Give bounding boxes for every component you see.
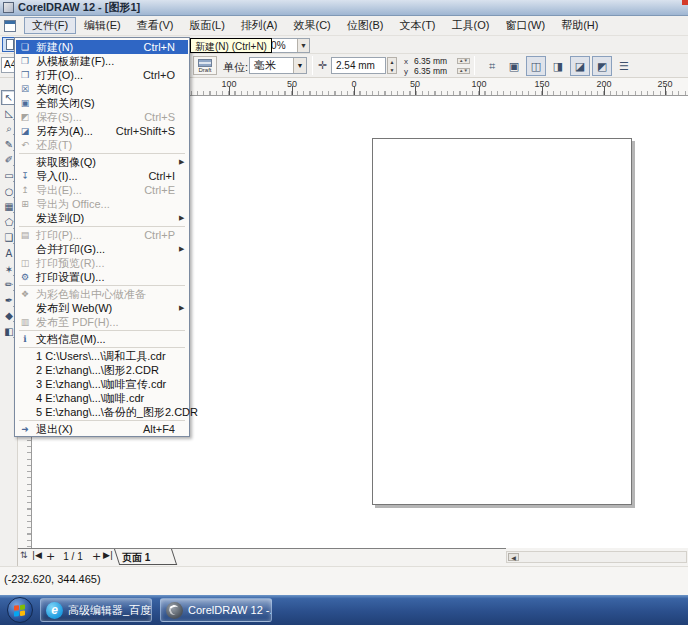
- menu-item[interactable]: ☒关闭(C): [16, 82, 188, 96]
- menu-item[interactable]: ❖为彩色输出中心做准备: [16, 287, 188, 301]
- menubar-item-11[interactable]: 帮助(H): [553, 17, 606, 34]
- snap-to-objects-button[interactable]: ◪: [570, 56, 590, 76]
- menu-item[interactable]: ▣全部关闭(S): [16, 96, 188, 110]
- start-button[interactable]: [7, 597, 33, 623]
- menubar-item-10[interactable]: 窗口(W): [497, 17, 553, 34]
- show-guidelines-button[interactable]: ◨: [548, 56, 568, 76]
- menubar-item-5[interactable]: 排列(A): [233, 17, 286, 34]
- last-page-button[interactable]: ▶|: [103, 550, 113, 560]
- menu-item-shortcut: Ctrl+P: [144, 229, 179, 241]
- menu-item[interactable]: ↥导出(E)...Ctrl+E: [16, 183, 188, 197]
- menu-item[interactable]: 发送到(D)▶: [16, 211, 188, 225]
- menu-item[interactable]: 1 C:\Users\...\调和工具.cdr: [16, 349, 188, 363]
- menu-item-label: 打印(P)...: [32, 228, 82, 243]
- add-page-before-button[interactable]: +: [46, 550, 55, 563]
- menu-item[interactable]: ❐从模板新建(F)...: [16, 54, 188, 68]
- chevron-down-icon[interactable]: ▼: [293, 58, 306, 73]
- menu-item-label: 1 C:\Users\...\调和工具.cdr: [32, 349, 166, 364]
- menubar-item-6[interactable]: 效果(C): [286, 17, 339, 34]
- menu-item-shortcut: Ctrl+O: [143, 69, 179, 81]
- menubar-item-8[interactable]: 文本(T): [391, 17, 443, 34]
- menu-item-label: 另存为(A)...: [32, 124, 93, 139]
- menu-item[interactable]: ➜退出(X)Alt+F4: [16, 422, 188, 436]
- title-bar: CorelDRAW 12 - [图形1]: [0, 0, 688, 16]
- chevron-down-icon[interactable]: ▼: [297, 39, 309, 52]
- hruler-major-tick: [604, 86, 605, 95]
- submenu-arrow-icon: ▶: [179, 214, 186, 222]
- dup-y-field[interactable]: 6.35 mm: [414, 66, 447, 76]
- menu-item[interactable]: ▥发布至 PDF(H)...: [16, 315, 188, 329]
- menubar-item-3[interactable]: 查看(V): [129, 17, 182, 34]
- coreldraw-window: CorelDRAW 12 - [图形1] 文件(F)编辑(E)查看(V)版面(L…: [0, 0, 688, 625]
- menu-item-shortcut: Ctrl+E: [144, 184, 179, 196]
- taskbar-button-coreldraw[interactable]: CorelDRAW 12 -...: [160, 598, 272, 622]
- menu-item[interactable]: ⊞导出为 Office...: [16, 197, 188, 211]
- menubar-item-9[interactable]: 工具(O): [444, 17, 498, 34]
- menu-item[interactable]: 发布到 Web(W)▶: [16, 301, 188, 315]
- close-button-sliver[interactable]: [682, 0, 688, 5]
- menu-item-label: 打印预览(R)...: [32, 256, 104, 271]
- dup-x-spinner[interactable]: ▲▼: [457, 58, 470, 64]
- import-icon: ↧: [18, 171, 32, 181]
- snap-to-guidelines-button[interactable]: ◫: [526, 56, 546, 76]
- nudge-spinner[interactable]: ▲▼: [387, 57, 397, 74]
- menu-item[interactable]: ℹ文档信息(M)...: [16, 332, 188, 346]
- hruler-major-tick: [292, 86, 293, 95]
- cursor-coordinates: (-232.620, 344.465): [4, 573, 101, 585]
- menubar-item-2[interactable]: 编辑(E): [76, 17, 129, 34]
- menu-item[interactable]: ◪另存为(A)...Ctrl+Shift+S: [16, 124, 188, 138]
- menubar-item-7[interactable]: 位图(B): [339, 17, 392, 34]
- dup-y-spinner[interactable]: ▲▼: [457, 68, 470, 74]
- add-page-after-button[interactable]: +: [92, 550, 101, 563]
- menu-item-label: 发布到 Web(W): [32, 301, 112, 316]
- menu-item-label: 还原(T): [32, 138, 72, 153]
- menu-item[interactable]: 5 E:\zhang\...\备份的_图形2.CDR: [16, 405, 188, 419]
- menu-item-label: 退出(X): [32, 422, 73, 437]
- menu-item[interactable]: ⚙打印设置(U)...: [16, 270, 188, 284]
- page-flip-icon[interactable]: ⇅: [20, 550, 28, 560]
- export-icon: ↥: [18, 185, 32, 195]
- menu-item-label: 2 E:\zhang\...\图形2.CDR: [32, 363, 159, 378]
- hruler-major-tick: [665, 86, 666, 95]
- nudge-offset-field[interactable]: 2.54 mm: [331, 57, 386, 74]
- menu-item-shortcut: Ctrl+S: [144, 111, 179, 123]
- taskbar-button-label: 高级编辑器_百度...: [68, 603, 151, 618]
- dup-x-field[interactable]: 6.35 mm: [414, 56, 447, 66]
- draft-view-button[interactable]: Draft: [193, 56, 217, 75]
- first-page-button[interactable]: |◀: [32, 550, 42, 560]
- menu-item[interactable]: ↶还原(T): [16, 138, 188, 152]
- options-button[interactable]: ☰: [614, 56, 634, 76]
- units-select[interactable]: 毫米 ▼: [249, 57, 307, 74]
- close-icon: ☒: [18, 84, 32, 94]
- menubar-item-1[interactable]: 文件(F): [24, 17, 76, 34]
- menu-item[interactable]: ◫打印预览(R)...: [16, 256, 188, 270]
- dynamic-guides-button[interactable]: ◩: [592, 56, 612, 76]
- menu-item[interactable]: ❏新建(N)Ctrl+N: [16, 40, 188, 54]
- separator: [312, 56, 313, 75]
- menu-item[interactable]: ▤打印(P)...Ctrl+P: [16, 228, 188, 242]
- menu-item[interactable]: 2 E:\zhang\...\图形2.CDR: [16, 363, 188, 377]
- page-tab-label: 页面 1: [122, 551, 150, 565]
- scroll-left-icon[interactable]: ◀: [508, 553, 519, 561]
- menu-item[interactable]: ↧导入(I)...Ctrl+I: [16, 169, 188, 183]
- menu-item[interactable]: ◩保存(S)...Ctrl+S: [16, 110, 188, 124]
- menu-item[interactable]: 4 E:\zhang\...\咖啡.cdr: [16, 391, 188, 405]
- show-grid-button[interactable]: ▣: [504, 56, 524, 76]
- snap-to-grid-button[interactable]: ⌗: [482, 56, 502, 76]
- menu-item-label: 4 E:\zhang\...\咖啡.cdr: [32, 391, 144, 406]
- menubar-item-4[interactable]: 版面(L): [181, 17, 232, 34]
- page-tab[interactable]: 页面 1: [114, 549, 172, 565]
- menu-item-label: 全部关闭(S): [32, 96, 95, 111]
- horizontal-scrollbar[interactable]: ◀: [506, 551, 687, 563]
- submenu-arrow-icon: ▶: [179, 304, 186, 312]
- menu-item[interactable]: 3 E:\zhang\...\咖啡宣传.cdr: [16, 377, 188, 391]
- menu-item[interactable]: ❒打开(O)...Ctrl+O: [16, 68, 188, 82]
- taskbar-button-browser[interactable]: e高级编辑器_百度...: [40, 598, 152, 622]
- draft-view-icon: [198, 59, 212, 67]
- menu-item-label: 导出(E)...: [32, 183, 82, 198]
- save-as-icon: ◪: [18, 126, 32, 136]
- tooltip: 新建(N) (Ctrl+N): [190, 38, 272, 53]
- child-window-icon[interactable]: [4, 20, 16, 32]
- menu-item[interactable]: 获取图像(Q)▶: [16, 155, 188, 169]
- menu-item[interactable]: 合并打印(G)...▶: [16, 242, 188, 256]
